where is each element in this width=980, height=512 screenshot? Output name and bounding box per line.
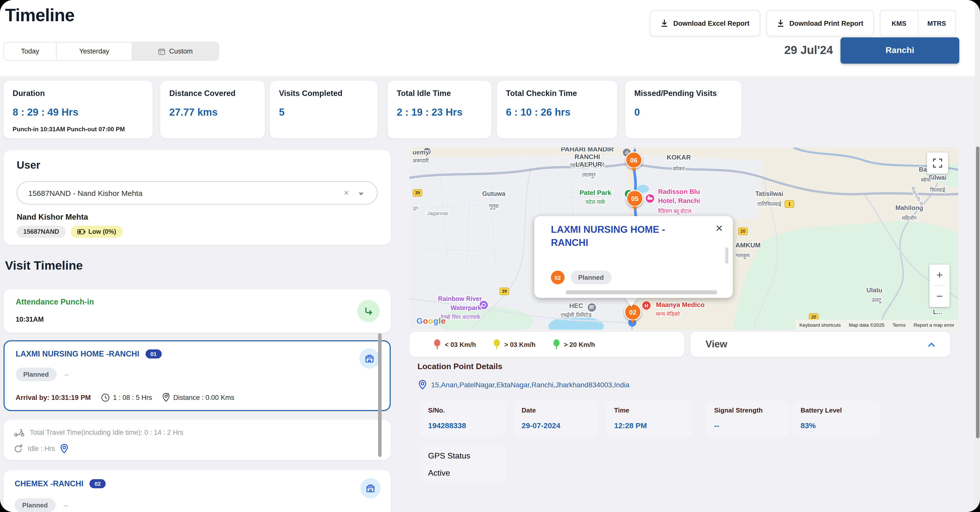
user-select-value: 15687NAND - Nand Kishor Mehta [28, 189, 143, 197]
header: Timeline Download Excel Report Download … [0, 0, 980, 76]
hospital-icon-button[interactable] [360, 478, 380, 498]
google-logo: Google [417, 317, 446, 326]
popup-horizontal-scrollbar[interactable] [566, 290, 717, 294]
popup-status-badge: Planned [571, 271, 611, 284]
detail-card-date: Date 29-07-2024 [514, 400, 598, 437]
popup-title: LAXMI NURSING HOME - RANCHI [551, 223, 665, 249]
map-label-tatisilwai: Tatisilwai [755, 190, 783, 197]
total-travel-time: Total Travel Time(including Idle time): … [30, 428, 183, 436]
terms-link[interactable]: Terms [889, 320, 910, 330]
mtrs-button[interactable]: MTRS [918, 11, 955, 36]
punch-in-title: Attendance Punch-in [16, 297, 94, 306]
report-map-error-link[interactable]: Report a map error [910, 320, 958, 330]
map-data-label: Map data ©2025 [845, 320, 889, 330]
map-marker-05[interactable]: 05 [626, 190, 643, 207]
stat-value: 0 [634, 106, 732, 118]
location-details-heading: Location Point Details [417, 362, 503, 371]
status-badge: Planned [16, 368, 56, 381]
zoom-in-button[interactable]: + [929, 265, 950, 285]
idle-time-icon [14, 444, 23, 453]
status-dash: -- [64, 501, 68, 509]
legend-item-slow: < 03 Km/h [434, 339, 476, 350]
svg-text:बहेया: बहेया [921, 176, 931, 183]
unit-toggle-group: KMS MTRS [880, 10, 956, 36]
idle-time: Idle : Hrs [28, 445, 55, 452]
page-scrollbar[interactable] [976, 146, 979, 438]
view-panel-toggle[interactable]: View [690, 332, 950, 357]
battery-status-badge: Low (0%) [71, 226, 123, 238]
report-date: 29 Jul'24 [752, 43, 833, 57]
region-button[interactable]: Ranchi [840, 37, 959, 63]
date-range-tabs: Today Yesterday Custom [3, 42, 219, 60]
user-card: User 15687NAND - Nand Kishor Mehta × Nan… [3, 150, 391, 245]
detail-card-gps: GPS Status Active [420, 444, 506, 483]
chevron-down-icon[interactable] [358, 189, 364, 197]
visit-card-chemex[interactable]: CHEMEX -RANCHI 02 Planned -- [3, 470, 391, 512]
map-label-gri: gri [413, 205, 418, 211]
map-attribution: Keyboard shortcuts Map data ©2025 Terms … [795, 320, 958, 330]
tab-today[interactable]: Today [4, 43, 56, 60]
green-pin-icon [553, 339, 560, 350]
download-excel-button[interactable]: Download Excel Report [650, 10, 760, 36]
address-text: 15,Anan,PatelNagar,EktaNagar,Ranchi,Jhar… [431, 381, 630, 389]
svg-text:20: 20 [740, 229, 746, 234]
popup-vertical-scrollbar[interactable] [725, 247, 728, 263]
attendance-punch-in-card[interactable]: Attendance Punch-in 10:31AM [3, 289, 391, 333]
map-marker-06[interactable]: 06 [625, 152, 643, 169]
svg-text:पटेल पार्क: पटेल पार्क [585, 199, 605, 205]
red-pin-icon [434, 339, 441, 350]
distance-pin-icon [162, 393, 170, 402]
chevron-up-icon [928, 342, 935, 347]
svg-text:RANCHI: RANCHI [574, 153, 600, 160]
svg-text:20: 20 [811, 315, 816, 320]
app-frame: Timeline Download Excel Report Download … [0, 0, 980, 512]
zoom-out-button[interactable]: − [929, 286, 950, 306]
hospital-icon [364, 353, 374, 363]
visit-name: LAXMI NURSING HOME -RANCHI [16, 349, 139, 358]
timeline-scrollbar[interactable] [378, 333, 382, 457]
hospital-icon-button[interactable] [360, 349, 380, 369]
popup-visit-number: 02 [551, 271, 565, 284]
tab-custom-label: Custom [169, 48, 192, 55]
stat-card-visits: Visits Completed 5 [270, 81, 377, 138]
tab-custom[interactable]: Custom [132, 43, 218, 60]
visit-number-badge: 01 [145, 349, 162, 358]
stat-label: Total Idle Time [397, 89, 482, 98]
stat-card-distance: Distance Covered 27.77 kms [160, 81, 265, 138]
stat-value: 8 : 29 : 49 Hrs [13, 106, 143, 118]
status-dash: -- [64, 371, 69, 378]
stat-label: Distance Covered [169, 89, 256, 98]
svg-text:नामकुम: नामकुम [735, 252, 750, 259]
visit-distance: Distance : 0.00 Kms [173, 393, 234, 401]
visit-card-laxmi[interactable]: LAXMI NURSING HOME -RANCHI 01 Planned --… [3, 340, 391, 411]
speed-legend: < 03 Km/h > 03 Km/h > 20 Km/h [409, 332, 684, 357]
map-label-hec: HEC [570, 302, 583, 309]
user-select[interactable]: 15687NAND - Nand Kishor Mehta × [17, 181, 377, 204]
detail-card-battery: Battery Level 83% [792, 400, 880, 437]
map-label-namkum: AMKUM [735, 241, 760, 249]
stat-value: 5 [279, 106, 368, 118]
stat-card-idle: Total Idle Time 2 : 19 : 23 Hrs [388, 81, 491, 138]
detail-card-signal: Signal Strength -- [706, 400, 789, 437]
svg-text:Hotel, Ranchi: Hotel, Ranchi [658, 197, 700, 204]
map-label-jagannath: Jagannat [427, 211, 448, 216]
battery-icon [77, 229, 86, 234]
svg-text:मान्य मेडिको: मान्य मेडिको [656, 311, 680, 317]
svg-text:Waterpark: Waterpark [450, 304, 481, 311]
punch-in-arrow-icon[interactable] [357, 300, 380, 322]
kms-button[interactable]: KMS [880, 11, 918, 36]
battery-status-label: Low (0%) [88, 228, 116, 235]
map-label-gutuwa: Gutuwa [482, 190, 506, 197]
fullscreen-button[interactable] [927, 152, 948, 174]
map-label-rainbow: Rainbow River [438, 295, 482, 302]
stat-label: Duration [13, 89, 143, 98]
page-title: Timeline [5, 5, 75, 25]
map[interactable]: ॐ H 39 39 1 20 20 uemy अकादमी PAHARI MAN… [409, 147, 958, 330]
download-print-button[interactable]: Download Print Report [766, 10, 874, 36]
map-label-maanya: Maanya Medico [656, 301, 705, 309]
close-icon[interactable]: × [716, 221, 723, 235]
keyboard-shortcuts-link[interactable]: Keyboard shortcuts [795, 320, 845, 330]
clear-icon[interactable]: × [344, 188, 349, 197]
map-label-pahari: PAHARI MANDIR [561, 147, 614, 153]
tab-yesterday[interactable]: Yesterday [56, 43, 132, 60]
